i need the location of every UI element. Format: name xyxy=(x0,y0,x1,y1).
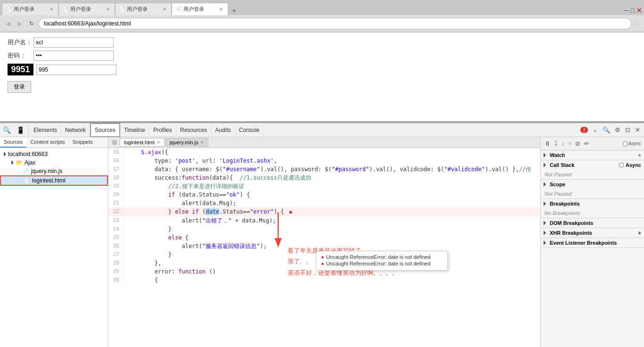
tab-close-2[interactable]: ✕ xyxy=(105,7,111,12)
dock-btn[interactable]: ⊡ xyxy=(623,123,632,137)
captcha-input[interactable] xyxy=(36,65,116,75)
xhr-bp-add[interactable]: + xyxy=(638,230,641,236)
username-input[interactable] xyxy=(33,37,114,48)
captcha-display: 9951 xyxy=(8,64,33,75)
file-tab-logintest-close[interactable]: ✕ xyxy=(157,140,160,145)
tab-resources[interactable]: Resources xyxy=(176,123,211,137)
tab-audits[interactable]: Audits xyxy=(211,123,235,137)
breakpoints-section: Breakpoints No Breakpoints xyxy=(541,199,644,218)
subtab-snippets[interactable]: Snippets xyxy=(69,137,97,148)
tree-file-logintest[interactable]: 📄 logintest.html xyxy=(0,175,108,186)
event-listener-header[interactable]: Event Listener Breakpoints xyxy=(541,238,644,248)
event-listener-section: Event Listener Breakpoints xyxy=(541,238,644,248)
console-drawer-btn[interactable]: ⌄ xyxy=(591,123,600,137)
minimize-btn[interactable]: ─ xyxy=(624,7,629,14)
device-mode-icon[interactable]: 📱 xyxy=(14,123,27,137)
forward-button[interactable]: ▶ xyxy=(16,19,25,28)
bookmark-star[interactable]: ☆ xyxy=(634,20,640,27)
tab-console[interactable]: Console xyxy=(235,123,264,137)
error-tooltip: ● Uncaught ReferenceError: date is not d… xyxy=(316,251,448,271)
tab-close-1[interactable]: ✕ xyxy=(49,7,54,12)
dont-pause-on-exceptions-btn[interactable]: ✏ xyxy=(583,139,590,148)
code-area[interactable]: 15 $.ajax({ 16 type: 'post', url: 'Login… xyxy=(108,148,540,347)
dom-breakpoints-header[interactable]: DOM Breakpoints xyxy=(541,218,644,228)
call-stack-content: Not Paused xyxy=(541,170,644,179)
tab-sources[interactable]: Sources xyxy=(90,123,120,137)
tab-close-3[interactable]: ✕ xyxy=(162,7,167,12)
password-input[interactable] xyxy=(33,50,114,61)
new-tab-btn[interactable]: + xyxy=(229,7,239,15)
tree-folder-ajax[interactable]: 📁 Ajax xyxy=(0,158,108,167)
code-line-22: 22 } else if (date.Status=="error") { ● xyxy=(108,207,540,216)
breakpoints-header[interactable]: Breakpoints xyxy=(541,199,644,208)
root-label: localhost:60663 xyxy=(8,151,48,157)
file-tab-logintest-label: logintest.html xyxy=(124,140,155,145)
step-over-btn[interactable]: ⤵ xyxy=(553,139,559,148)
tab-bar: 📄 用户登录 ✕ 📄 用户登录 ✕ 📄 用户登录 ✕ 📄 用户登录 ✕ + ─ … xyxy=(0,0,644,15)
tab-3[interactable]: 📄 用户登录 ✕ xyxy=(115,3,172,15)
subtab-content-scripts[interactable]: Content scripts xyxy=(26,137,68,148)
settings-btn[interactable]: ⚙ xyxy=(613,123,622,137)
tab-network[interactable]: Network xyxy=(61,123,90,137)
refresh-button[interactable]: ↻ xyxy=(27,19,36,28)
call-stack-header[interactable]: Call Stack Async xyxy=(541,160,644,170)
folder-icon: 📁 xyxy=(16,159,23,166)
tab-elements[interactable]: Elements xyxy=(30,123,61,137)
breakpoints-arrow xyxy=(544,201,546,206)
deactivate-breakpoints-btn[interactable]: ⊘ xyxy=(574,139,581,148)
watch-section-header[interactable]: Watch + xyxy=(541,150,644,160)
tab-icon-1: 📄 xyxy=(6,7,12,12)
tab-1[interactable]: 📄 用户登录 ✕ xyxy=(2,3,58,15)
tree-root[interactable]: localhost:60663 xyxy=(0,150,108,158)
search-code-btn[interactable]: 🔍 xyxy=(601,123,612,137)
subtab-sources[interactable]: Sources xyxy=(0,137,26,148)
step-out-btn[interactable]: ↑ xyxy=(568,139,573,148)
login-button[interactable]: 登录 xyxy=(8,81,31,93)
tab-4[interactable]: 📄 用户登录 ✕ xyxy=(172,3,228,15)
file-tab-jquery-close[interactable]: ✕ xyxy=(200,140,204,145)
watch-arrow xyxy=(544,153,546,157)
scope-arrow xyxy=(544,182,546,187)
dom-bp-label: DOM Breakpoints xyxy=(550,220,593,226)
step-into-btn[interactable]: ↓ xyxy=(561,139,566,148)
file-logintest-label: logintest.html xyxy=(32,177,66,184)
tab-timeline[interactable]: Timeline xyxy=(120,123,149,137)
watch-label: Watch xyxy=(550,152,565,158)
tooltip-text-2: Uncaught ReferenceError: date is not def… xyxy=(326,261,430,266)
file-jquery-label: jquery.min.js xyxy=(31,168,62,174)
code-line-25: 25 else { xyxy=(108,233,540,242)
back-button[interactable]: ◀ xyxy=(4,19,13,28)
code-line-23: 23 alert("出错了，" + data.Msg); xyxy=(108,216,540,225)
close-devtools-btn[interactable]: ✕ xyxy=(633,123,642,137)
password-row: 密码： xyxy=(8,50,636,61)
close-btn[interactable]: ✕ xyxy=(636,7,642,14)
tab-profiles[interactable]: Profiles xyxy=(149,123,176,137)
tree-file-jquery[interactable]: 📄 jquery.min.js xyxy=(0,167,108,175)
call-stack-arrow xyxy=(544,163,546,167)
inspect-element-icon[interactable]: 🔍 xyxy=(0,123,14,137)
async-text: Async xyxy=(628,141,641,146)
async-checkbox[interactable] xyxy=(623,141,627,146)
file-tab-jquery[interactable]: jquery.min.js ✕ xyxy=(165,138,208,147)
scope-label: Scope xyxy=(550,182,565,187)
tab-icon-3: 📄 xyxy=(119,7,125,12)
tab-close-4[interactable]: ✕ xyxy=(218,7,224,12)
pause-btn[interactable]: ⏸ xyxy=(544,139,552,148)
watch-add-btn[interactable]: + xyxy=(638,152,641,158)
file-icon-jquery: 📄 xyxy=(23,168,29,174)
xhr-breakpoints-header[interactable]: XHR Breakpoints + xyxy=(541,228,644,238)
tooltip-err-icon-2: ● xyxy=(321,261,324,266)
debug-toolbar: ⏸ ⤵ ↓ ↑ ⊘ ✏ Async xyxy=(541,137,644,150)
scope-section: Scope Not Paused xyxy=(541,180,644,199)
folder-label: Ajax xyxy=(25,159,35,166)
call-stack-async-check[interactable] xyxy=(619,163,624,167)
dom-bp-arrow xyxy=(544,221,546,225)
tab-2[interactable]: 📄 用户登录 ✕ xyxy=(58,3,115,15)
url-input[interactable] xyxy=(39,18,631,29)
file-tab-logintest[interactable]: logintest.html ✕ xyxy=(120,138,165,147)
maximize-btn[interactable]: □ xyxy=(631,7,635,14)
devtools-body: Sources Content scripts Snippets localho… xyxy=(0,137,644,347)
scope-header[interactable]: Scope xyxy=(541,180,644,189)
editor-icon: ⊟ xyxy=(110,138,119,147)
file-tree: localhost:60663 📁 Ajax 📄 jquery.min.js 📄 xyxy=(0,148,108,347)
